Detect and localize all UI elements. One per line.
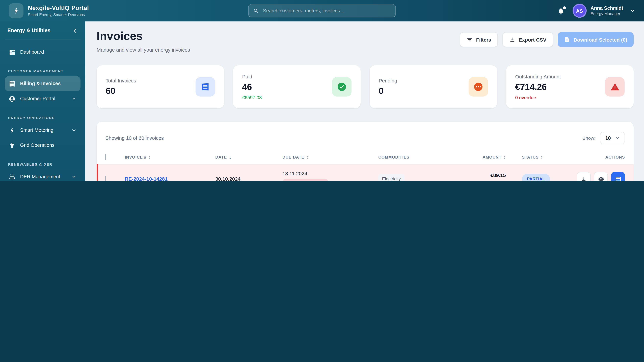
- bolt-icon: [9, 127, 16, 134]
- column-header-actions: ACTIONS: [563, 155, 625, 159]
- workspace-header: Energy & Utilities: [5, 27, 80, 40]
- search-icon: [253, 8, 259, 13]
- plug-icon: [9, 142, 16, 149]
- page-title: Invoices: [96, 29, 190, 42]
- stat-value: 46: [242, 82, 262, 92]
- stat-sub-overdue: 0 overdue: [515, 95, 561, 100]
- pay-invoice-button[interactable]: [611, 172, 625, 181]
- stat-label: Outstanding Amount: [515, 73, 561, 79]
- invoice-link[interactable]: RE-2024-10-14281: [125, 176, 168, 181]
- sort-desc-icon: ↓: [229, 155, 232, 159]
- page-subtitle: Manage and view all your energy invoices: [96, 47, 190, 53]
- stat-card-total-invoices: Total Invoices 60: [96, 65, 224, 108]
- stat-value: €714.26: [515, 82, 561, 92]
- user-menu[interactable]: AS Anna Schmidt Energy Manager: [572, 4, 635, 18]
- sidebar-item-grid-operations[interactable]: Grid Operations: [5, 138, 80, 153]
- table-summary: Showing 10 of 60 invoices: [105, 135, 164, 141]
- select-all-checkbox[interactable]: [105, 154, 106, 160]
- overdue-badge: 411 DAYS OVERDUE: [282, 179, 328, 181]
- invoices-table-card: Showing 10 of 60 invoices Show: 10 INVOI…: [96, 122, 634, 181]
- stat-label: Total Invoices: [106, 78, 136, 83]
- sidebar-nav: Dashboard CUSTOMER MANAGEMENT Billing & …: [5, 44, 80, 181]
- sort-icon: ▲▼: [148, 155, 151, 159]
- download-selected-button[interactable]: Download Selected (0): [558, 32, 634, 47]
- workspace-label: Energy & Utilities: [8, 27, 50, 33]
- user-name: Anna Schmidt: [590, 5, 623, 11]
- app-root: Nexgile-VoltIQ Portal Smart Energy, Smar…: [0, 0, 644, 181]
- chevron-down-icon: [615, 135, 620, 140]
- section-heading-customer-management: CUSTOMER MANAGEMENT: [5, 60, 80, 76]
- stat-card-pending: Pending 0: [370, 65, 497, 108]
- app-title: Nexgile-VoltIQ Portal: [28, 5, 89, 12]
- stat-sub-amount: €6597.08: [242, 95, 262, 100]
- receipt-icon: [196, 77, 215, 96]
- column-header-commodities: COMMODITIES: [378, 155, 456, 159]
- stat-card-outstanding: Outstanding Amount €714.26 0 overdue: [506, 65, 634, 108]
- sidebar-collapse-button[interactable]: [72, 28, 78, 33]
- brand: Nexgile-VoltIQ Portal Smart Energy, Smar…: [9, 3, 89, 18]
- dashboard-icon: [9, 49, 16, 55]
- column-header-date[interactable]: DATE ↓: [215, 155, 282, 159]
- section-heading-energy-operations: ENERGY OPERATIONS: [5, 106, 80, 123]
- chevron-down-icon: [72, 174, 76, 179]
- check-circle-icon: [332, 77, 352, 96]
- column-header-amount[interactable]: AMOUNT ▲▼: [456, 155, 506, 159]
- filter-icon: [467, 36, 473, 42]
- section-heading-renewables-der: RENEWABLES & DER: [5, 153, 80, 169]
- chevron-down-icon: [72, 96, 76, 101]
- sidebar: Energy & Utilities Dashboard CUSTOMER MA…: [0, 21, 85, 181]
- download-invoice-button[interactable]: [577, 172, 591, 181]
- sidebar-item-smart-metering[interactable]: Smart Metering: [5, 123, 80, 138]
- sort-icon: ▲▼: [504, 155, 506, 159]
- amount-due: €61.98 due: [456, 180, 506, 181]
- pdf-icon: [564, 36, 570, 42]
- column-header-invoice[interactable]: INVOICE # ▲▼: [125, 155, 215, 159]
- table-header-row: INVOICE # ▲▼ DATE ↓ DUE DATE ▲▼ COMMODIT…: [96, 150, 634, 164]
- column-header-status[interactable]: STATUS ▲▼: [506, 155, 563, 159]
- stat-value: 60: [106, 86, 136, 96]
- warning-icon: [605, 77, 624, 96]
- pending-dots-icon: [468, 77, 488, 96]
- show-label: Show:: [582, 135, 596, 141]
- sidebar-item-der-management[interactable]: DER Management: [5, 169, 80, 181]
- sidebar-item-customer-portal[interactable]: Customer Portal: [5, 91, 80, 106]
- user-role: Energy Manager: [590, 11, 623, 16]
- search-input[interactable]: [262, 8, 391, 14]
- stat-label: Paid: [242, 73, 262, 79]
- main-content: Invoices Manage and view all your energy…: [85, 21, 644, 181]
- sidebar-item-dashboard[interactable]: Dashboard: [5, 44, 80, 60]
- notification-dot: [563, 6, 566, 9]
- filters-button[interactable]: Filters: [460, 32, 498, 47]
- avatar: AS: [572, 4, 586, 18]
- chevron-down-icon: [630, 8, 635, 13]
- commodity-chip: Electricity: [378, 174, 404, 181]
- app-logo: [9, 3, 24, 18]
- stat-value: 0: [379, 86, 397, 96]
- global-search[interactable]: [248, 4, 396, 17]
- topbar: Nexgile-VoltIQ Portal Smart Energy, Smar…: [0, 0, 644, 21]
- table-row: RE-2024-10-14281 30.10.2024 13.11.2024 4…: [96, 164, 634, 181]
- view-invoice-button[interactable]: [594, 172, 608, 181]
- sort-icon: ▲▼: [541, 155, 543, 159]
- stat-label: Pending: [379, 78, 397, 83]
- column-header-due-date[interactable]: DUE DATE ▲▼: [282, 155, 378, 159]
- sort-icon: ▲▼: [306, 155, 309, 159]
- status-badge: PARTIAL: [522, 174, 550, 181]
- page-size-select[interactable]: 10: [600, 132, 625, 144]
- export-csv-button[interactable]: Export CSV: [502, 32, 553, 47]
- app-subtitle: Smart Energy, Smarter Decisions: [28, 13, 89, 17]
- person-circle-icon: [9, 95, 16, 102]
- solar-panel-icon: [9, 173, 16, 180]
- notifications-button[interactable]: [557, 7, 564, 14]
- download-icon: [509, 36, 515, 42]
- row-checkbox[interactable]: [105, 175, 106, 181]
- bolt-icon: [12, 7, 20, 14]
- receipt-icon: [9, 80, 16, 87]
- chevron-down-icon: [72, 128, 76, 133]
- stat-card-paid: Paid 46 €6597.08: [233, 65, 360, 108]
- sidebar-item-billing-invoices[interactable]: Billing & Invoices: [5, 76, 80, 91]
